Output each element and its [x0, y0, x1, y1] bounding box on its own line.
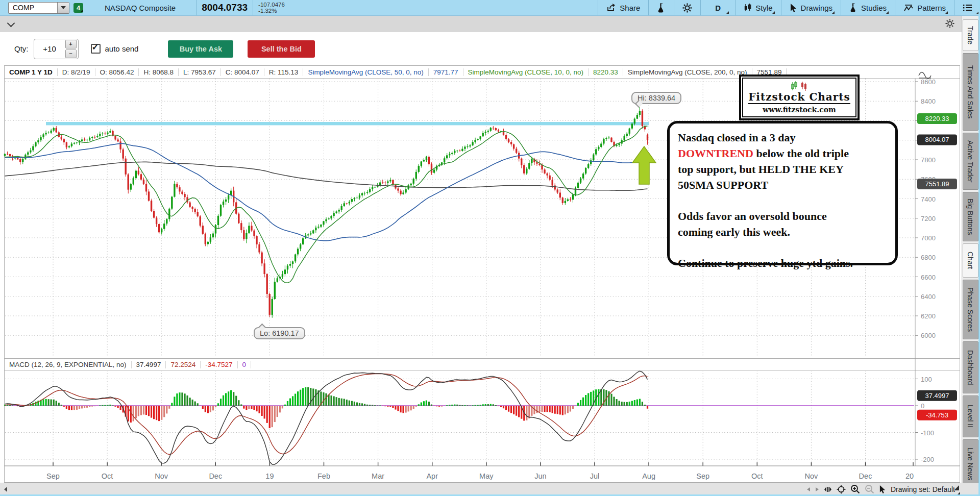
pan-left-icon[interactable]	[806, 487, 811, 492]
sidebar-tab-level-ii[interactable]: Level II	[963, 395, 978, 437]
chevron-down-icon	[61, 6, 66, 9]
qty-label: Qty:	[14, 44, 29, 53]
drawings-label: Drawings	[801, 4, 833, 12]
alert-count-badge[interactable]: 4	[74, 3, 83, 13]
sidebar-tabs: TradeTimes And SalesActive TraderBig But…	[962, 15, 978, 483]
chart-header-segment: SimpleMovingAvg (CLOSE, 200, 0, no)	[623, 68, 752, 76]
dropdown-corner	[772, 11, 775, 14]
menu-list-icon	[963, 4, 973, 12]
share-icon	[606, 3, 616, 12]
pointer-tool-icon[interactable]	[879, 485, 886, 494]
logo-title: Fitzstock Charts	[748, 91, 850, 104]
sidebar-tab-active-trader[interactable]: Active Trader	[963, 133, 978, 190]
dropdown-corner	[958, 492, 960, 494]
dropdown-corner	[726, 11, 729, 14]
qty-increment-button[interactable]: +	[65, 40, 77, 48]
timeframe-button[interactable]: D	[706, 0, 730, 15]
chart-header-segment: COMP 1 Y 1D	[5, 68, 58, 76]
chart-header-segment: C: 8004.07	[221, 68, 264, 76]
sidebar-tab-live-news[interactable]: Live News	[963, 439, 978, 489]
chart-header-segment: SimpleMovingAvg (CLOSE, 10, 0, no)	[463, 68, 589, 76]
style-button[interactable]: Style	[741, 0, 775, 15]
sidebar-tab-label: Big Buttons	[966, 199, 974, 235]
scroll-left-icon[interactable]	[3, 486, 8, 492]
zoom-out-icon[interactable]	[865, 484, 874, 494]
order-entry-row: Qty: +10 + − auto send Buy the Ask Sell …	[0, 32, 962, 65]
sidebar-tab-big-buttons[interactable]: Big Buttons	[963, 192, 978, 241]
crosshair-icon[interactable]	[837, 485, 846, 494]
chart-header-segment: 8220.33	[589, 68, 623, 76]
patterns-button[interactable]: Patterns	[900, 0, 949, 15]
sidebar-tab-label: Times And Sales	[966, 65, 974, 119]
chart-header-segment: O: 8056.42	[95, 68, 139, 76]
cursor-icon	[790, 3, 797, 13]
qty-decrement-button[interactable]: −	[65, 49, 77, 58]
chart-menu-button[interactable]	[960, 0, 980, 15]
auto-send-checkbox[interactable]	[91, 44, 101, 54]
fitzstock-logo: Fitzstock Charts www.fitzstock.com	[739, 75, 860, 120]
sidebar-tab-trade[interactable]: Trade	[963, 19, 978, 51]
zoom-in-icon[interactable]	[850, 484, 860, 494]
dropdown-corner	[945, 11, 948, 14]
resize-handle[interactable]	[954, 485, 959, 490]
pan-right-icon[interactable]	[815, 487, 819, 492]
logo-candles-icon	[788, 81, 811, 91]
share-label: Share	[620, 4, 640, 12]
trading-app-window: COMP 4 NASDAQ Composite 8004.0733 -107.0…	[0, 0, 980, 496]
fit-width-icon[interactable]	[824, 486, 832, 493]
sidebar-tab-label: Dashboard	[966, 350, 974, 385]
chart-header-segment: SimpleMovingAvg (CLOSE, 50, 0, no)	[303, 68, 428, 76]
downtrend-highlight: DOWNTREND	[678, 147, 753, 160]
chart-header-segment: R: 115.13	[264, 68, 304, 76]
sidebar-tab-phase-scores[interactable]: Phase Scores	[963, 280, 978, 339]
timeframe-label: D	[715, 4, 721, 12]
sidebar-tab-dashboard[interactable]: Dashboard	[963, 341, 978, 393]
macd-header-segment: -34.7527	[201, 361, 237, 368]
flask-icon	[849, 3, 857, 12]
chart-header-segment: 7971.77	[429, 68, 463, 76]
patterns-label: Patterns	[917, 4, 946, 12]
flask-icon	[657, 3, 666, 13]
sidebar-tab-label: Trade	[966, 26, 974, 44]
drawings-button[interactable]: Drawings	[787, 0, 836, 15]
last-price: 8004.0733	[202, 2, 248, 13]
high-price-tooltip: Hi: 8339.64	[631, 92, 681, 104]
qty-value: +10	[34, 44, 65, 53]
quantity-stepper[interactable]: +10 + −	[34, 39, 79, 59]
top-toolbar: COMP 4 NASDAQ Composite 8004.0733 -107.0…	[0, 0, 980, 16]
chart-header-segment: L: 7953.67	[179, 68, 221, 76]
sidebar-tab-times-and-sales[interactable]: Times And Sales	[963, 53, 978, 131]
candlestick-style-icon	[744, 3, 752, 12]
logo-url: www.fitzstock.com	[763, 106, 836, 114]
chart-settings-button[interactable]	[679, 0, 695, 15]
drawing-set-label: Drawing set: Default	[891, 485, 955, 493]
sidebar-tab-label: Active Trader	[966, 140, 974, 182]
macd-header-segment: 72.2524	[166, 361, 201, 368]
bottom-scroll-bar: Drawing set: Default	[0, 483, 978, 495]
buy-the-ask-button[interactable]: Buy the Ask	[168, 40, 233, 58]
panel-gear-icon[interactable]	[945, 19, 954, 28]
analyst-annotation: Nasdaq closed in a 3 day DOWNTREND below…	[667, 121, 898, 265]
sidebar-tab-label: Live News	[966, 448, 974, 481]
drawing-set-selector[interactable]: Drawing set: Default	[891, 485, 960, 493]
sidebar-tab-label: Level II	[966, 405, 974, 428]
sidebar-tab-chart[interactable]: Chart	[963, 243, 978, 278]
price-change: -107.0476-1.32%	[258, 2, 285, 14]
analyze-button[interactable]	[654, 0, 669, 15]
low-price-tooltip: Lo: 6190.17	[254, 327, 305, 339]
annotation-paragraph: Odds favor an oversold bounce coming ear…	[678, 208, 887, 240]
symbol-name: NASDAQ Composite	[105, 4, 176, 12]
symbol-selector[interactable]: COMP	[8, 2, 69, 14]
sidebar-tab-label: Phase Scores	[966, 287, 974, 332]
studies-button[interactable]: Studies	[846, 0, 890, 15]
sell-the-bid-button[interactable]: Sell the Bid	[248, 40, 315, 58]
order-panel-strip	[0, 15, 962, 33]
macd-header-segment: 37.4997	[132, 361, 166, 368]
macd-study-header: MACD (12, 26, 9, EXPONENTIAL, no)37.4997…	[5, 358, 960, 371]
collapse-chevron-icon[interactable]	[7, 19, 15, 28]
chart-header-segment: H: 8068.8	[139, 68, 179, 76]
symbol-dropdown-button[interactable]	[57, 3, 69, 13]
annotation-paragraph: Nasdaq closed in a 3 day DOWNTREND below…	[678, 130, 887, 193]
share-button[interactable]: Share	[603, 0, 643, 15]
alert-count: 4	[77, 4, 80, 12]
